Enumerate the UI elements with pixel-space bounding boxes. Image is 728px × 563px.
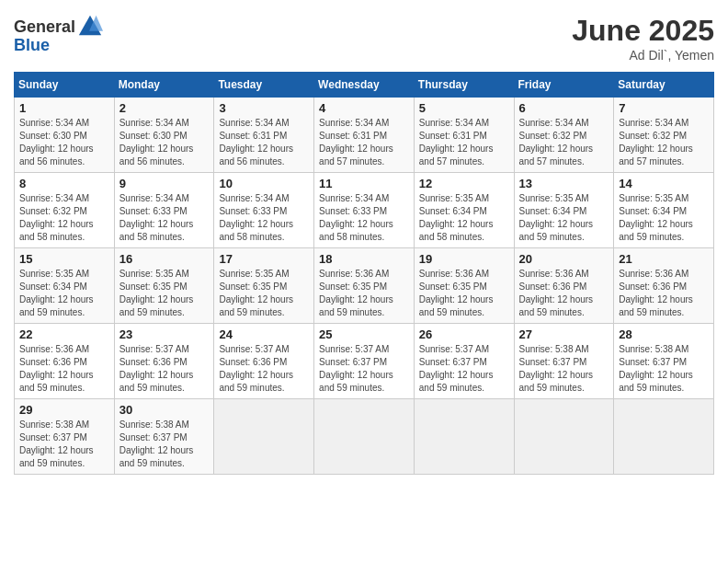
day-info: Sunrise: 5:34 AM Sunset: 6:32 PM Dayligh… bbox=[619, 117, 709, 168]
day-info: Sunrise: 5:35 AM Sunset: 6:34 PM Dayligh… bbox=[519, 192, 609, 244]
day-number: 7 bbox=[619, 101, 709, 115]
day-info: Sunrise: 5:35 AM Sunset: 6:34 PM Dayligh… bbox=[619, 192, 709, 244]
day-number: 9 bbox=[119, 177, 210, 190]
day-info: Sunrise: 5:34 AM Sunset: 6:32 PM Dayligh… bbox=[19, 192, 109, 244]
table-row: 24 Sunrise: 5:37 AM Sunset: 6:36 PM Dayl… bbox=[214, 324, 314, 399]
day-info: Sunrise: 5:35 AM Sunset: 6:35 PM Dayligh… bbox=[219, 268, 309, 319]
col-sunday: Sunday bbox=[15, 73, 115, 98]
logo: General Blue bbox=[14, 14, 103, 55]
logo-text-blue: Blue bbox=[14, 36, 50, 55]
table-row: 7 Sunrise: 5:34 AM Sunset: 6:32 PM Dayli… bbox=[614, 98, 714, 173]
day-info: Sunrise: 5:36 AM Sunset: 6:35 PM Dayligh… bbox=[319, 268, 409, 319]
day-info: Sunrise: 5:34 AM Sunset: 6:30 PM Dayligh… bbox=[119, 117, 210, 168]
day-number: 30 bbox=[119, 403, 210, 417]
col-monday: Monday bbox=[114, 73, 214, 98]
day-info: Sunrise: 5:34 AM Sunset: 6:31 PM Dayligh… bbox=[319, 117, 409, 168]
day-number: 24 bbox=[219, 327, 309, 341]
table-row: 23 Sunrise: 5:37 AM Sunset: 6:36 PM Dayl… bbox=[114, 324, 214, 399]
day-number: 23 bbox=[119, 327, 210, 341]
table-row bbox=[214, 399, 314, 475]
day-info: Sunrise: 5:34 AM Sunset: 6:33 PM Dayligh… bbox=[119, 192, 210, 244]
table-row: 5 Sunrise: 5:34 AM Sunset: 6:31 PM Dayli… bbox=[414, 98, 514, 173]
table-row: 4 Sunrise: 5:34 AM Sunset: 6:31 PM Dayli… bbox=[314, 98, 415, 173]
day-info: Sunrise: 5:36 AM Sunset: 6:36 PM Dayligh… bbox=[19, 343, 109, 395]
table-row: 11 Sunrise: 5:34 AM Sunset: 6:33 PM Dayl… bbox=[314, 173, 415, 248]
day-number: 15 bbox=[19, 252, 109, 266]
day-info: Sunrise: 5:34 AM Sunset: 6:33 PM Dayligh… bbox=[319, 192, 409, 244]
table-row: 29 Sunrise: 5:38 AM Sunset: 6:37 PM Dayl… bbox=[15, 399, 115, 475]
table-row: 27 Sunrise: 5:38 AM Sunset: 6:37 PM Dayl… bbox=[514, 324, 614, 399]
page-subtitle: Ad Dil`, Yemen bbox=[572, 48, 714, 63]
table-row: 19 Sunrise: 5:36 AM Sunset: 6:35 PM Dayl… bbox=[414, 248, 514, 324]
table-row: 26 Sunrise: 5:37 AM Sunset: 6:37 PM Dayl… bbox=[414, 324, 514, 399]
calendar-header-row: Sunday Monday Tuesday Wednesday Thursday… bbox=[15, 73, 714, 98]
day-number: 25 bbox=[319, 327, 409, 341]
page-header: General Blue June 2025 Ad Dil`, Yemen bbox=[14, 14, 714, 63]
table-row: 21 Sunrise: 5:36 AM Sunset: 6:36 PM Dayl… bbox=[614, 248, 714, 324]
table-row: 3 Sunrise: 5:34 AM Sunset: 6:31 PM Dayli… bbox=[214, 98, 314, 173]
day-info: Sunrise: 5:37 AM Sunset: 6:36 PM Dayligh… bbox=[219, 343, 309, 395]
table-row: 14 Sunrise: 5:35 AM Sunset: 6:34 PM Dayl… bbox=[614, 173, 714, 248]
day-number: 20 bbox=[519, 252, 609, 266]
table-row: 10 Sunrise: 5:34 AM Sunset: 6:33 PM Dayl… bbox=[214, 173, 314, 248]
table-row: 15 Sunrise: 5:35 AM Sunset: 6:34 PM Dayl… bbox=[15, 248, 115, 324]
day-number: 11 bbox=[319, 177, 409, 190]
table-row bbox=[614, 399, 714, 475]
day-info: Sunrise: 5:34 AM Sunset: 6:30 PM Dayligh… bbox=[19, 117, 109, 168]
col-tuesday: Tuesday bbox=[214, 73, 314, 98]
day-number: 21 bbox=[619, 252, 709, 266]
table-row: 8 Sunrise: 5:34 AM Sunset: 6:32 PM Dayli… bbox=[15, 173, 115, 248]
calendar-week-row: 29 Sunrise: 5:38 AM Sunset: 6:37 PM Dayl… bbox=[15, 399, 714, 475]
day-info: Sunrise: 5:36 AM Sunset: 6:36 PM Dayligh… bbox=[619, 268, 709, 319]
day-number: 27 bbox=[519, 327, 609, 341]
table-row: 16 Sunrise: 5:35 AM Sunset: 6:35 PM Dayl… bbox=[114, 248, 214, 324]
day-info: Sunrise: 5:38 AM Sunset: 6:37 PM Dayligh… bbox=[619, 343, 709, 395]
day-info: Sunrise: 5:34 AM Sunset: 6:32 PM Dayligh… bbox=[519, 117, 609, 168]
table-row: 13 Sunrise: 5:35 AM Sunset: 6:34 PM Dayl… bbox=[514, 173, 614, 248]
table-row: 20 Sunrise: 5:36 AM Sunset: 6:36 PM Dayl… bbox=[514, 248, 614, 324]
day-number: 3 bbox=[219, 101, 309, 115]
day-number: 12 bbox=[419, 177, 509, 190]
table-row: 17 Sunrise: 5:35 AM Sunset: 6:35 PM Dayl… bbox=[214, 248, 314, 324]
table-row: 22 Sunrise: 5:36 AM Sunset: 6:36 PM Dayl… bbox=[15, 324, 115, 399]
day-number: 13 bbox=[519, 177, 609, 190]
col-thursday: Thursday bbox=[414, 73, 514, 98]
day-info: Sunrise: 5:37 AM Sunset: 6:37 PM Dayligh… bbox=[319, 343, 409, 395]
table-row: 1 Sunrise: 5:34 AM Sunset: 6:30 PM Dayli… bbox=[15, 98, 115, 173]
col-saturday: Saturday bbox=[614, 73, 714, 98]
day-number: 2 bbox=[119, 101, 210, 115]
day-info: Sunrise: 5:37 AM Sunset: 6:37 PM Dayligh… bbox=[419, 343, 509, 395]
day-info: Sunrise: 5:38 AM Sunset: 6:37 PM Dayligh… bbox=[119, 419, 210, 470]
col-friday: Friday bbox=[514, 73, 614, 98]
day-info: Sunrise: 5:37 AM Sunset: 6:36 PM Dayligh… bbox=[119, 343, 210, 395]
table-row: 28 Sunrise: 5:38 AM Sunset: 6:37 PM Dayl… bbox=[614, 324, 714, 399]
day-number: 28 bbox=[619, 327, 709, 341]
table-row: 12 Sunrise: 5:35 AM Sunset: 6:34 PM Dayl… bbox=[414, 173, 514, 248]
day-number: 5 bbox=[419, 101, 509, 115]
calendar-week-row: 1 Sunrise: 5:34 AM Sunset: 6:30 PM Dayli… bbox=[15, 98, 714, 173]
day-info: Sunrise: 5:35 AM Sunset: 6:34 PM Dayligh… bbox=[19, 268, 109, 319]
day-info: Sunrise: 5:34 AM Sunset: 6:33 PM Dayligh… bbox=[219, 192, 309, 244]
day-info: Sunrise: 5:36 AM Sunset: 6:36 PM Dayligh… bbox=[519, 268, 609, 319]
day-number: 14 bbox=[619, 177, 709, 190]
day-number: 16 bbox=[119, 252, 210, 266]
day-number: 26 bbox=[419, 327, 509, 341]
table-row: 9 Sunrise: 5:34 AM Sunset: 6:33 PM Dayli… bbox=[114, 173, 214, 248]
title-block: June 2025 Ad Dil`, Yemen bbox=[572, 14, 714, 63]
calendar-table: Sunday Monday Tuesday Wednesday Thursday… bbox=[14, 72, 714, 475]
day-info: Sunrise: 5:36 AM Sunset: 6:35 PM Dayligh… bbox=[419, 268, 509, 319]
table-row: 18 Sunrise: 5:36 AM Sunset: 6:35 PM Dayl… bbox=[314, 248, 415, 324]
day-number: 1 bbox=[19, 101, 109, 115]
page-title: June 2025 bbox=[572, 14, 714, 48]
day-number: 8 bbox=[19, 177, 109, 190]
table-row bbox=[314, 399, 415, 475]
calendar-week-row: 8 Sunrise: 5:34 AM Sunset: 6:32 PM Dayli… bbox=[15, 173, 714, 248]
day-number: 4 bbox=[319, 101, 409, 115]
table-row bbox=[414, 399, 514, 475]
day-number: 29 bbox=[19, 403, 109, 417]
day-info: Sunrise: 5:35 AM Sunset: 6:34 PM Dayligh… bbox=[419, 192, 509, 244]
table-row: 25 Sunrise: 5:37 AM Sunset: 6:37 PM Dayl… bbox=[314, 324, 415, 399]
day-info: Sunrise: 5:34 AM Sunset: 6:31 PM Dayligh… bbox=[219, 117, 309, 168]
day-number: 10 bbox=[219, 177, 309, 190]
table-row: 2 Sunrise: 5:34 AM Sunset: 6:30 PM Dayli… bbox=[114, 98, 214, 173]
